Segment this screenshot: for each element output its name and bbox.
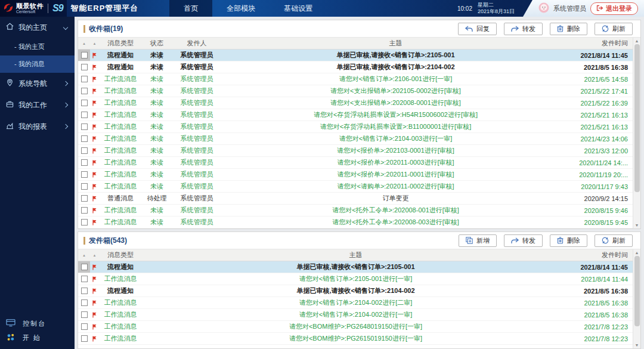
inbox-row[interactable]: 工作流消息 未读 系统管理员 请您对<销售订单>:2106-001进行[一审] … xyxy=(78,73,633,85)
row-checkbox[interactable] xyxy=(81,112,88,118)
row-checkbox[interactable] xyxy=(81,171,88,178)
row-checkbox[interactable] xyxy=(81,323,88,330)
message-subject[interactable]: 单据已审核,请接收<销售订单>:2104-002 xyxy=(142,286,569,295)
refresh-button[interactable]: 刷新 xyxy=(595,234,633,247)
col-subject[interactable]: 主题 xyxy=(222,39,569,48)
inbox-row[interactable]: 工作流消息 未读 系统管理员 请您对<报价单>:202103-0001进行[审核… xyxy=(78,145,633,157)
reply-button[interactable]: 回复 xyxy=(458,23,497,35)
logout-button[interactable]: 退出登录 xyxy=(590,2,638,15)
row-checkbox[interactable] xyxy=(81,299,88,306)
col-send-time[interactable]: 发件时间 xyxy=(569,251,633,260)
row-checkbox[interactable] xyxy=(81,219,88,226)
col-send-time[interactable]: 发件时间 xyxy=(569,39,633,48)
inbox-row[interactable]: 工作流消息 未读 系统管理员 请您对<存货浮动耗损率设置>:B11000001进… xyxy=(78,121,633,133)
forward-button[interactable]: 转发 xyxy=(504,234,543,247)
row-checkbox[interactable] xyxy=(81,76,88,82)
delete-button[interactable]: 删除 xyxy=(550,23,587,35)
message-subject[interactable]: 请您对<销售订单>:2104-002进行[一审] xyxy=(142,310,569,319)
col-message-type[interactable]: 消息类型 xyxy=(99,251,142,260)
inbox-row[interactable]: 工作流消息 未读 系统管理员 请您对<托外工令单>:202008-001进行[审… xyxy=(78,205,633,217)
inbox-row[interactable]: 工作流消息 未读 系统管理员 请您对<请购单>:202011-0002进行[审核… xyxy=(78,181,633,193)
sidebar-subitem-my-messages[interactable]: 我的消息 xyxy=(0,55,75,73)
message-subject[interactable]: 单据已审核,请接收<销售订单>:2105-001 xyxy=(222,51,569,60)
row-checkbox[interactable] xyxy=(81,276,88,282)
inbox-row[interactable]: 工作流消息 未读 系统管理员 请您对<报价单>:202011-0001进行[审核… xyxy=(78,169,633,181)
start-button[interactable]: 开 始 xyxy=(0,331,75,345)
row-checkbox[interactable] xyxy=(81,159,88,166)
message-subject[interactable]: 请您对<托外工令单>:202008-001进行[审核] xyxy=(222,206,569,215)
outbox-row[interactable]: 工作流消息 请您对<BOM维护>:PG2648019150进行[一审] 2021… xyxy=(78,321,633,333)
outbox-row[interactable]: 工作流消息 请您对<销售订单>:2104-002进行[二审] 2021/8/5 … xyxy=(78,297,633,309)
delete-button[interactable]: 删除 xyxy=(550,234,587,247)
scroll-down-icon[interactable]: ▼ xyxy=(635,223,639,228)
sidebar-item-my-home[interactable]: 我的主页 xyxy=(0,17,75,38)
inbox-row[interactable]: 工作流消息 未读 系统管理员 请您对<支出报销单>:202105-0002进行[… xyxy=(78,85,633,97)
forward-button[interactable]: 转发 xyxy=(504,23,543,35)
message-subject[interactable]: 请您对<报价单>:202103-0001进行[审核] xyxy=(222,146,569,155)
message-subject[interactable]: 请您对<销售订单>:2106-001进行[一审] xyxy=(222,75,569,84)
console-button[interactable]: 控制台 xyxy=(0,316,75,331)
sidebar-item-my-work[interactable]: 我的工作 xyxy=(0,94,75,116)
scrollbar-thumb[interactable] xyxy=(634,44,640,192)
sidebar-item-my-reports[interactable]: 我的报表 xyxy=(0,116,75,137)
row-checkbox[interactable] xyxy=(81,207,88,214)
message-subject[interactable]: 请您对<销售订单>:2105-001进行[一审] xyxy=(142,274,569,283)
inbox-row[interactable]: 流程通知 未读 系统管理员 单据已审核,请接收<销售订单>:2104-002 2… xyxy=(78,61,633,73)
inbox-row[interactable]: 工作流消息 未读 系统管理员 请您对<销售订单>:2104-003进行[一审] … xyxy=(78,133,633,145)
nav-item-basic-settings[interactable]: 基础设置 xyxy=(270,0,327,17)
message-subject[interactable]: 请您对<销售订单>:2104-003进行[一审] xyxy=(222,134,569,143)
message-subject[interactable]: 请您对<BOM维护>:PG2615019150进行[一审] xyxy=(142,334,569,343)
row-checkbox[interactable] xyxy=(81,264,88,270)
row-checkbox[interactable] xyxy=(81,195,88,202)
col-status[interactable]: 状态 xyxy=(142,39,172,48)
message-subject[interactable]: 请您对<销售订单>:2104-002进行[二审] xyxy=(142,298,569,307)
message-subject[interactable]: 请您对<托外工令单>:202008-003进行[审核] xyxy=(222,218,569,227)
message-subject[interactable]: 请您对<报价单>:202011-0001进行[审核] xyxy=(222,170,569,179)
row-checkbox[interactable] xyxy=(81,311,88,318)
row-checkbox[interactable] xyxy=(81,135,88,142)
outbox-row[interactable]: 工作流消息 请您对<BOM维护>:PG2615019150进行[一审] 2021… xyxy=(78,333,633,345)
message-subject[interactable]: 请您对<请购单>:202011-0002进行[审核] xyxy=(222,182,569,191)
outbox-row[interactable]: 工作流消息 请您对<销售订单>:2104-002进行[一审] 2021/8/5 … xyxy=(78,309,633,321)
inbox-row[interactable]: 工作流消息 未读 系统管理员 请您对<报价单>:202011-0003进行[审核… xyxy=(78,157,633,169)
inbox-row[interactable]: 工作流消息 未读 系统管理员 请您对<支出报销单>:202008-0001进行[… xyxy=(78,97,633,109)
row-checkbox[interactable] xyxy=(81,183,88,190)
message-subject[interactable]: 请您对<支出报销单>:202008-0001进行[审核] xyxy=(222,98,569,107)
inbox-scrollbar[interactable]: ▲ ▼ xyxy=(633,38,640,228)
message-subject[interactable]: 请您对<存货浮动耗损率设置>:H54R15006002进行[审核] xyxy=(222,110,569,119)
message-subject[interactable]: 请您对<支出报销单>:202105-0002进行[审核] xyxy=(222,87,569,95)
outbox-scrollbar[interactable]: ▲ ▼ xyxy=(633,249,640,348)
inbox-row[interactable]: 普通消息 待处理 系统管理员 订单变更 2020/9/2 14:15 xyxy=(78,193,633,205)
col-subject[interactable]: 主题 xyxy=(142,251,569,260)
col-message-type[interactable]: 消息类型 xyxy=(99,39,142,48)
add-button[interactable]: 新增 xyxy=(459,234,497,247)
row-checkbox[interactable] xyxy=(81,123,88,130)
message-subject[interactable]: 订单变更 xyxy=(222,194,569,203)
inbox-row[interactable]: 工作流消息 未读 系统管理员 请您对<存货浮动耗损率设置>:H54R150060… xyxy=(78,109,633,121)
outbox-row[interactable]: 流程通知 单据已审核,请接收<销售订单>:2104-002 2021/8/5 1… xyxy=(78,285,633,297)
row-checkbox[interactable] xyxy=(81,64,88,70)
refresh-button[interactable]: 刷新 xyxy=(595,23,633,35)
scroll-up-icon[interactable]: ▲ xyxy=(635,38,639,44)
nav-item-home[interactable]: 首页 xyxy=(169,0,212,17)
row-checkbox[interactable] xyxy=(81,100,88,106)
message-subject[interactable]: 单据已审核,请接收<销售订单>:2105-001 xyxy=(142,262,569,271)
scroll-up-icon[interactable]: ▲ xyxy=(635,250,639,255)
scrollbar-thumb[interactable] xyxy=(634,256,640,326)
col-sender[interactable]: 发件人 xyxy=(172,39,222,48)
message-subject[interactable]: 单据已审核,请接收<销售订单>:2104-002 xyxy=(222,63,569,72)
sidebar-item-system-nav[interactable]: 系统导航 xyxy=(0,73,75,94)
scroll-down-icon[interactable]: ▼ xyxy=(635,342,639,348)
inbox-row[interactable]: 流程通知 未读 系统管理员 单据已审核,请接收<销售订单>:2105-001 2… xyxy=(78,50,633,61)
current-user[interactable]: 系统管理员 xyxy=(553,4,586,13)
user-avatar[interactable] xyxy=(538,2,549,15)
message-subject[interactable]: 请您对<报价单>:202011-0003进行[审核] xyxy=(222,158,569,167)
row-checkbox[interactable] xyxy=(81,147,88,154)
nav-item-all-modules[interactable]: 全部模块 xyxy=(212,0,270,17)
message-subject[interactable]: 请您对<存货浮动耗损率设置>:B11000001进行[审核] xyxy=(222,122,569,131)
row-checkbox[interactable] xyxy=(81,288,88,294)
outbox-row[interactable]: 流程通知 单据已审核,请接收<销售订单>:2105-001 2021/8/14 … xyxy=(78,261,633,273)
outbox-row[interactable]: 工作流消息 请您对<销售订单>:2105-001进行[一审] 2021/8/14… xyxy=(78,273,633,285)
row-checkbox[interactable] xyxy=(81,52,88,58)
row-checkbox[interactable] xyxy=(81,88,88,94)
